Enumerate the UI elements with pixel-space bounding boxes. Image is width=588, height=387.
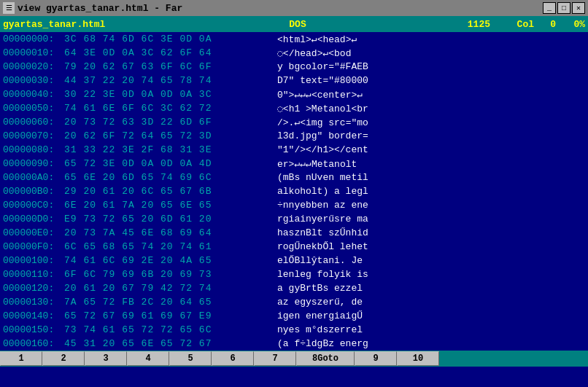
hex-bytes: 64 3E 0D 0A 3C 62 6F 64	[64, 47, 274, 58]
hex-bytes: 7A 65 72 FB 2C 20 64 65	[64, 297, 274, 308]
header-size: 1125	[446, 19, 490, 30]
hex-text: (mBs nUven metil	[274, 172, 588, 183]
hex-row[interactable]: 00000080:31 33 22 3E 2F 68 31 3E"1"/></h…	[0, 143, 588, 157]
hex-text: a gyBrtBs ezzel	[274, 283, 588, 294]
hex-view: 00000000:3C 68 74 6D 6C 3E 0D 0A<html>↵<…	[0, 32, 588, 351]
hex-bytes: 6F 6C 79 69 6B 20 69 73	[64, 269, 274, 280]
hex-text: ÷nnyebben az ene	[274, 200, 588, 211]
hex-row[interactable]: 00000050:74 61 6E 6F 6C 3C 62 72◌<h1 >Me…	[0, 101, 588, 115]
hex-row[interactable]: 00000020:79 20 62 67 63 6F 6C 6Fy bgcolo…	[0, 60, 588, 74]
hex-bytes: 31 33 22 3E 2F 68 31 3E	[64, 144, 274, 155]
minimize-button[interactable]: _	[543, 2, 556, 14]
window-controls[interactable]: _ □ ✕	[543, 2, 585, 14]
status-bar[interactable]: 12345678Goto910	[0, 351, 588, 367]
status-cell-5[interactable]: 5	[169, 351, 212, 366]
header-dos: DOS	[149, 19, 446, 30]
hex-bytes: 45 31 20 65 6E 65 72 67	[64, 338, 274, 349]
hex-addr: 00000160:	[0, 338, 64, 349]
hex-addr: 00000010:	[0, 47, 64, 58]
hex-addr: 00000050:	[0, 103, 64, 114]
hex-bytes: 74 61 6C 69 2E 20 4A 65	[64, 255, 274, 266]
hex-text: ◌<h1 >Metanol<br	[274, 103, 588, 114]
hex-bytes: 65 6E 20 6D 65 74 69 6C	[64, 172, 274, 183]
hex-addr: 00000040:	[0, 89, 64, 100]
hex-row[interactable]: 00000160:45 31 20 65 6E 65 72 67(a f÷ldg…	[0, 337, 588, 351]
hex-text: <html>↵<head>↵	[274, 34, 588, 45]
hex-row[interactable]: 00000100:74 61 6C 69 2E 20 4A 65elŐBllŷt…	[0, 254, 588, 267]
hex-text: ◌</head>↵<bod	[274, 47, 588, 59]
hex-text: igen energiaigŰ	[274, 310, 588, 321]
hex-row[interactable]: 00000150:73 74 61 65 72 72 65 6Cnyes m°d…	[0, 323, 588, 337]
status-cell-2[interactable]: 2	[42, 351, 85, 366]
hex-row[interactable]: 00000010:64 3E 0D 0A 3C 62 6F 64◌</head>…	[0, 46, 588, 60]
hex-addr: 000000E0:	[0, 227, 64, 238]
status-cell-6[interactable]: 6	[212, 351, 254, 366]
hex-bytes: 29 20 61 20 6C 65 67 6B	[64, 186, 274, 197]
hex-addr: 000000A0:	[0, 172, 64, 183]
status-cell-1[interactable]: 1	[0, 351, 42, 366]
file-header: gyartas_tanar.html DOS 1125 Col 0 0%	[0, 16, 588, 32]
hex-row[interactable]: 00000040:30 22 3E 0D 0A 0D 0A 3C0">↵↵↵<c…	[0, 87, 588, 101]
status-cell-9[interactable]: 9	[355, 351, 397, 366]
hex-addr: 00000140:	[0, 310, 64, 321]
hex-text: />.↵<img src="mo	[274, 117, 588, 128]
status-cell-4[interactable]: 4	[127, 351, 169, 366]
hex-row[interactable]: 00000030:44 37 22 20 74 65 78 74D7" text…	[0, 74, 588, 87]
hex-row[interactable]: 000000B0:29 20 61 20 6C 65 67 6Balkoholt…	[0, 184, 588, 198]
hex-addr: 000000C0:	[0, 200, 64, 211]
hex-addr: 00000060:	[0, 117, 64, 128]
header-percent: 0%	[556, 19, 585, 30]
app-icon: ☰	[3, 2, 15, 14]
hex-bytes: 6E 20 61 7A 20 65 6E 65	[64, 200, 274, 211]
header-filename: gyartas_tanar.html	[3, 19, 149, 30]
status-cell-7[interactable]: 7	[254, 351, 296, 366]
hex-bytes: 6C 65 68 65 74 20 74 61	[64, 241, 274, 252]
hex-bytes: 65 72 67 69 61 69 67 E9	[64, 310, 274, 321]
hex-text: 0">↵↵↵<center>↵	[274, 89, 588, 101]
hex-row[interactable]: 00000120:20 61 20 67 79 42 72 74a gyBrtB…	[0, 281, 588, 295]
hex-bytes: 30 22 3E 0D 0A 0D 0A 3C	[64, 89, 274, 100]
status-cell-10[interactable]: 10	[397, 351, 439, 366]
hex-addr: 000000D0:	[0, 214, 64, 224]
hex-addr: 00000120:	[0, 283, 64, 294]
maximize-button[interactable]: □	[557, 2, 570, 14]
title-bar: ☰ view gyartas_tanar.html - Far _ □ ✕	[0, 0, 588, 16]
status-cell-3[interactable]: 3	[85, 351, 127, 366]
hex-row[interactable]: 000000F0:6C 65 68 65 74 20 74 61rogŰnekb…	[0, 240, 588, 254]
hex-addr: 00000150:	[0, 324, 64, 335]
window-title: view gyartas_tanar.html - Far	[18, 3, 182, 14]
hex-text: er>↵↵↵Metanolt	[274, 158, 588, 170]
hex-bytes: 3C 68 74 6D 6C 3E 0D 0A	[64, 34, 274, 44]
hex-row[interactable]: 00000070:20 62 6F 72 64 65 72 3Dl3d.jpg"…	[0, 129, 588, 143]
hex-row[interactable]: 00000060:20 73 72 63 3D 22 6D 6F/>.↵<img…	[0, 115, 588, 129]
close-button[interactable]: ✕	[572, 2, 585, 14]
hex-addr: 000000F0:	[0, 241, 64, 252]
hex-addr: 00000100:	[0, 255, 64, 266]
hex-text: lenleg folyik is	[274, 269, 588, 280]
hex-row[interactable]: 00000000:3C 68 74 6D 6C 3E 0D 0A<html>↵<…	[0, 32, 588, 46]
hex-bytes: 20 62 6F 72 64 65 72 3D	[64, 130, 274, 141]
hex-row[interactable]: 000000A0:65 6E 20 6D 65 74 69 6C(mBs nUv…	[0, 171, 588, 184]
hex-text: rogŰnekbŐl lehet	[274, 241, 588, 252]
hex-bytes: 20 61 20 67 79 42 72 74	[64, 283, 274, 294]
hex-bytes: 65 72 3E 0D 0A 0D 0A 4D	[64, 158, 274, 169]
hex-bytes: 74 61 6E 6F 6C 3C 62 72	[64, 103, 274, 114]
hex-row[interactable]: 000000D0:E9 73 72 65 20 6D 61 20rgiainye…	[0, 212, 588, 226]
hex-bytes: 20 73 7A 45 6E 68 69 64	[64, 227, 274, 238]
hex-row[interactable]: 00000140:65 72 67 69 61 69 67 E9igen ene…	[0, 309, 588, 323]
hex-row[interactable]: 00000110:6F 6C 79 69 6B 20 69 73lenleg f…	[0, 267, 588, 281]
hex-text: nyes m°dszerrel	[274, 324, 588, 335]
hex-addr: 00000070:	[0, 130, 64, 141]
hex-row[interactable]: 000000E0:20 73 7A 45 6E 68 69 64hasznBlt…	[0, 226, 588, 240]
hex-text: l3d.jpg" border=	[274, 130, 588, 141]
hex-addr: 00000030:	[0, 75, 64, 86]
header-col-value: 0	[534, 19, 556, 30]
hex-text: alkoholt) a legl	[274, 186, 588, 197]
hex-row[interactable]: 00000130:7A 65 72 FB 2C 20 64 65az egysz…	[0, 295, 588, 309]
status-cell-8[interactable]: 8Goto	[296, 351, 355, 366]
hex-text: rgiainyerűsre ma	[274, 214, 588, 224]
hex-bytes: 20 73 72 63 3D 22 6D 6F	[64, 117, 274, 128]
hex-row[interactable]: 000000C0:6E 20 61 7A 20 65 6E 65÷nnyebbe…	[0, 198, 588, 212]
hex-text: hasznBlt szŰnhid	[274, 227, 588, 238]
hex-row[interactable]: 00000090:65 72 3E 0D 0A 0D 0A 4Der>↵↵↵Me…	[0, 157, 588, 171]
